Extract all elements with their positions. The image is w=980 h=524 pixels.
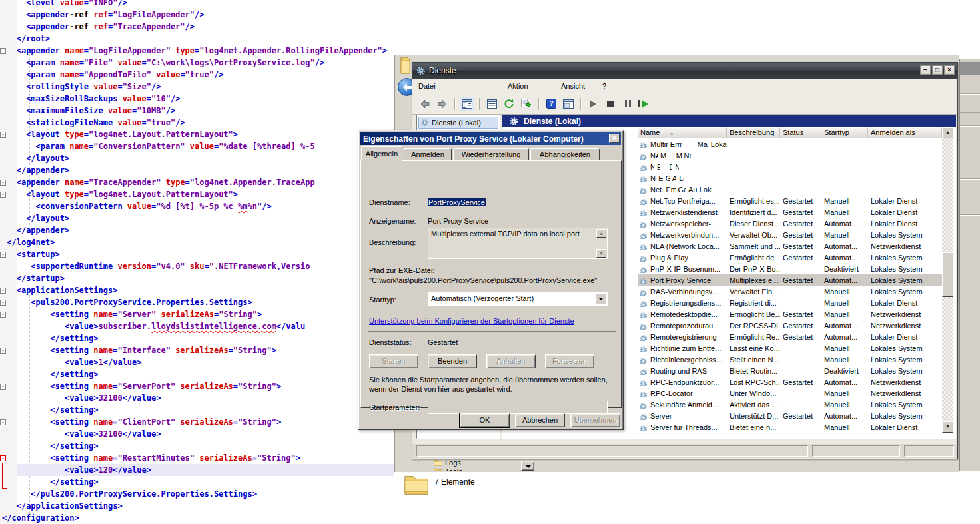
- stop-service-button[interactable]: [603, 97, 618, 111]
- dropdown-button[interactable]: [521, 461, 534, 471]
- background-window-edge: [959, 59, 980, 471]
- start-service-button[interactable]: [586, 97, 600, 111]
- service-row[interactable]: Remotedesktopdie... Ermöglicht Be... Ges…: [638, 308, 942, 320]
- service-row[interactable]: Netzwerkverbindun... Verwaltet Ob... Ges…: [638, 229, 942, 240]
- scroll-down-button[interactable]: ▼: [942, 421, 953, 433]
- xml-code[interactable]: <level value="INFO"/> <appender-ref ref=…: [2, 0, 387, 524]
- column-header[interactable]: Beschreibung: [727, 127, 780, 138]
- menu-item[interactable]: ?: [596, 80, 643, 92]
- dialog-tab[interactable]: Anmelden: [404, 148, 452, 160]
- fold-toggle[interactable]: -: [0, 192, 6, 198]
- fold-toggle[interactable]: -: [0, 48, 6, 54]
- back-button[interactable]: [418, 97, 432, 111]
- refresh-button[interactable]: [502, 97, 516, 111]
- combobox-dropdown-button[interactable]: [595, 293, 606, 304]
- service-row[interactable]: Registrierungsdiens... Registriert di...…: [638, 297, 942, 308]
- service-row[interactable]: Net.Tcp-Portfreiga... Ermöglicht es... G…: [638, 195, 942, 206]
- service-row[interactable]: Remoteprozedurau... Der RPCSS-Di... Gest…: [638, 320, 942, 331]
- service-row[interactable]: Plug & Play Ermöglicht de... Gestartet A…: [638, 252, 942, 263]
- dienstname-value[interactable]: PortProxyService: [428, 198, 486, 206]
- service-control-button[interactable]: Fortsetzen: [545, 354, 594, 368]
- dialog-tab[interactable]: Abhängigkeiten: [530, 148, 600, 160]
- close-button[interactable]: ×: [609, 134, 620, 143]
- show-console-tree-button[interactable]: [460, 97, 474, 111]
- beschreibung-textbox[interactable]: Multiplexes external TCP/IP data on loca…: [428, 228, 608, 259]
- service-row[interactable]: Routing und RAS Bietet Routin... Deaktiv…: [638, 365, 942, 376]
- dialog-button[interactable]: OK: [460, 413, 510, 427]
- column-header[interactable]: Starttyp: [821, 127, 868, 138]
- vertical-scrollbar[interactable]: ▲ ▼: [942, 127, 953, 433]
- service-row[interactable]: Net.Tcp-Listenerad... Empfängt Akt... Ge…: [638, 184, 712, 195]
- tree-item-dienste-lokal[interactable]: Dienste (Lokal): [418, 117, 498, 129]
- starttyp-combobox[interactable]: Automatisch (Verzögerter Start): [428, 292, 608, 306]
- service-row[interactable]: Netzwerkspeicher-... Dieser Dienst... Ge…: [638, 218, 942, 229]
- service-row[interactable]: NLA (Network Loca... Sammelt und ... Ges…: [638, 240, 942, 252]
- properties-button[interactable]: [484, 97, 499, 111]
- column-header[interactable]: Anmelden als: [868, 127, 942, 138]
- service-starttype: Manuell: [821, 344, 868, 352]
- fold-toggle[interactable]: -: [0, 180, 6, 186]
- service-row[interactable]: Richtlinie zum Entfe... Lässt eine Ko...…: [638, 342, 942, 354]
- close-button[interactable]: ×: [944, 65, 955, 75]
- scrollbar-thumb[interactable]: [942, 252, 953, 297]
- dialog-tab[interactable]: Wiederherstellung: [453, 148, 529, 160]
- service-row[interactable]: RAS-Verbindungsv... Verwaltet Ein... Man…: [638, 286, 942, 297]
- service-control-button[interactable]: Anhalten: [486, 354, 536, 368]
- service-row[interactable]: Net.Msmq-Listener... Empfängt Akt... Dea…: [638, 161, 679, 172]
- scroll-up-button[interactable]: ▲: [596, 229, 606, 238]
- service-logon: Netzwerkdienst: [868, 378, 942, 386]
- service-row[interactable]: Server für Threads... Bietet eine n... M…: [638, 421, 942, 433]
- export-list-button[interactable]: [519, 97, 534, 111]
- service-row[interactable]: RPC-Locator Unter Windo... Manuell Netzw…: [638, 388, 942, 399]
- service-gear-icon: [639, 289, 648, 296]
- service-row[interactable]: PnP-X-IP-Busenum... Der PnP-X-Bu... Deak…: [638, 263, 942, 274]
- xml-editor[interactable]: <level value="INFO"/> <appender-ref ref=…: [0, 0, 410, 524]
- service-row[interactable]: NAP-Agent (Netwo... Mit dem NAP-... Manu…: [638, 150, 691, 161]
- forward-button[interactable]: [435, 97, 450, 111]
- fold-toggle[interactable]: -: [0, 132, 6, 138]
- dialog-button[interactable]: Übernehmen: [570, 413, 620, 427]
- dialog-tab[interactable]: Allgemein: [361, 146, 402, 161]
- service-row[interactable]: Sekundäre Anmeld... Aktiviert das ... Ma…: [638, 399, 942, 410]
- service-row[interactable]: RPC-Endpunktzuor... Löst RPC-Sch... Gest…: [638, 376, 942, 388]
- fold-toggle[interactable]: -: [0, 419, 6, 425]
- pfad-value: "C:\work\ais\puls200.PortProxyService\pu…: [369, 276, 597, 284]
- service-name: RPC-Locator: [650, 390, 693, 397]
- fold-toggle[interactable]: -: [0, 312, 6, 318]
- pause-service-button[interactable]: [620, 97, 635, 111]
- dienststatus-label: Dienststatus:: [369, 338, 412, 346]
- startparameter-input[interactable]: [428, 401, 608, 414]
- service-row[interactable]: Netzwerklistendienst Identifiziert d... …: [638, 206, 942, 218]
- service-control-button[interactable]: Starten: [369, 354, 418, 368]
- help-button[interactable]: ?: [544, 97, 558, 111]
- service-row[interactable]: Net.Pipe-Listenera... Empfängt Akt... Ge…: [638, 172, 684, 184]
- play-icon: [590, 100, 600, 108]
- scroll-down-button[interactable]: ▼: [596, 249, 606, 258]
- service-row[interactable]: Server Unterstützt D... Gestartet Automa…: [638, 410, 942, 421]
- fold-toggle[interactable]: -: [0, 300, 6, 306]
- menu-item[interactable]: Ansicht: [555, 80, 596, 92]
- restart-service-button[interactable]: [638, 97, 652, 111]
- maximize-button[interactable]: □: [932, 65, 943, 75]
- service-control-button[interactable]: Beenden: [428, 354, 477, 368]
- minimize-button[interactable]: −: [920, 65, 931, 75]
- title-bar[interactable]: Dienste − □ ×: [412, 63, 957, 79]
- fold-toggle[interactable]: -: [0, 288, 6, 294]
- fold-toggle[interactable]: -: [0, 348, 6, 354]
- service-row[interactable]: Richtlinienergebniss... Stellt einen N..…: [638, 354, 942, 365]
- column-header[interactable]: Status: [780, 127, 821, 138]
- fold-toggle[interactable]: -: [0, 384, 6, 390]
- fold-toggle-changed[interactable]: -: [0, 455, 6, 461]
- scroll-up-button[interactable]: ▲: [942, 127, 953, 138]
- menu-item[interactable]: Datei: [412, 80, 502, 92]
- service-row[interactable]: Port Proxy Service Multiplexes e... Gest…: [638, 274, 942, 286]
- menu-item[interactable]: Aktion: [502, 80, 555, 92]
- dialog-button[interactable]: Abbrechen: [515, 413, 565, 427]
- dialog-title-bar[interactable]: Eigenschaften von Port Proxy Service (Lo…: [360, 132, 621, 145]
- column-header[interactable]: Name▲: [638, 127, 727, 138]
- startoptions-help-link[interactable]: Unterstützung beim Konfigurieren der Sta…: [369, 317, 574, 325]
- show-description-button[interactable]: [561, 97, 576, 111]
- service-row[interactable]: Remoteregistrierung Ermöglicht Re... Ges…: [638, 331, 942, 342]
- service-row[interactable]: Multimediaklassenpl... Ermöglicht ei... …: [638, 138, 727, 150]
- fold-toggle[interactable]: -: [0, 252, 6, 258]
